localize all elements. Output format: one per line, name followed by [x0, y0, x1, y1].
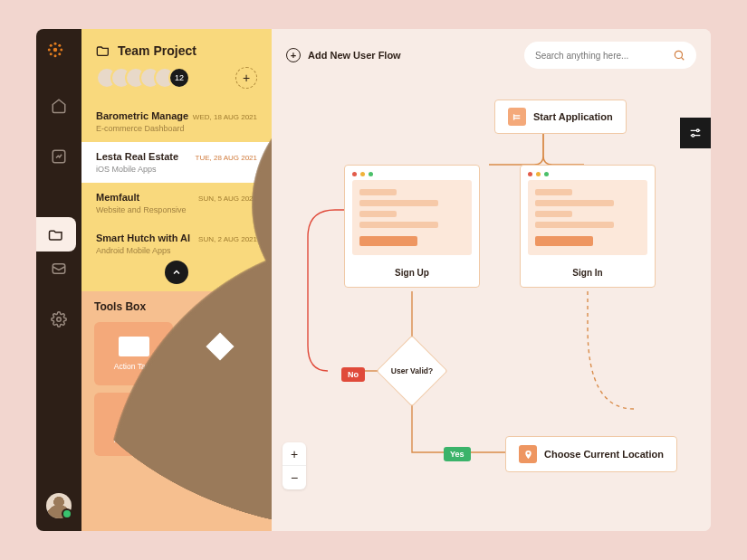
svg-point-7	[50, 52, 53, 55]
node-label: Start Application	[533, 111, 613, 122]
node-start-application[interactable]: Start Application	[494, 100, 627, 134]
sidebar: Team Project 12 + Barometric ManageWED, …	[81, 29, 272, 531]
svg-point-8	[58, 52, 61, 55]
node-sign-in[interactable]: Sign In	[520, 165, 656, 288]
app-logo-icon	[47, 42, 71, 65]
svg-point-15	[696, 129, 699, 132]
svg-rect-18	[513, 115, 519, 116]
plus-circle-icon: +	[286, 48, 301, 62]
zoom-in-button[interactable]: +	[283, 442, 306, 466]
zoom-controls: + −	[283, 442, 306, 489]
search-input[interactable]	[535, 51, 673, 61]
canvas-topbar: + Add New User Flow	[272, 29, 711, 81]
nav-home[interactable]	[45, 92, 72, 119]
window-chrome	[345, 166, 479, 180]
user-avatar[interactable]	[46, 493, 72, 518]
svg-point-3	[48, 49, 51, 52]
node-label: Sign Up	[345, 262, 479, 287]
window-chrome	[521, 166, 655, 180]
svg-point-6	[58, 44, 61, 47]
search-box[interactable]	[524, 42, 696, 69]
team-avatar-count[interactable]: 12	[168, 67, 190, 89]
add-flow-button[interactable]: + Add New User Flow	[286, 48, 401, 62]
node-sign-up[interactable]: Sign Up	[344, 165, 480, 288]
node-choose-location[interactable]: Choose Current Location	[505, 436, 677, 472]
svg-point-16	[692, 134, 694, 137]
sidebar-title: Team Project	[118, 43, 196, 58]
add-flow-label: Add New User Flow	[308, 50, 401, 61]
node-label: Choose Current Location	[544, 449, 664, 460]
edge-label-yes[interactable]: Yes	[444, 447, 471, 461]
svg-point-2	[54, 54, 57, 57]
svg-point-4	[60, 49, 62, 52]
svg-point-5	[50, 44, 53, 47]
start-icon	[508, 108, 526, 126]
location-icon	[519, 445, 537, 463]
folder-icon	[96, 43, 110, 58]
canvas-settings-button[interactable]	[680, 118, 711, 148]
svg-rect-20	[512, 114, 513, 119]
sliders-icon	[688, 126, 703, 140]
svg-rect-19	[513, 117, 519, 118]
svg-point-14	[675, 51, 682, 58]
nav-analytics[interactable]	[45, 143, 72, 170]
collapse-button[interactable]	[165, 261, 188, 284]
svg-point-1	[54, 43, 57, 45]
node-label: User Valid?	[387, 346, 437, 396]
canvas[interactable]: + Add New User Flow	[272, 29, 711, 531]
app-window: Team Project 12 + Barometric ManageWED, …	[36, 29, 711, 531]
team-avatars: 12 +	[81, 67, 272, 101]
edge-label-no[interactable]: No	[341, 367, 365, 382]
node-label: Sign In	[521, 262, 655, 287]
zoom-out-button[interactable]: −	[283, 466, 306, 489]
node-decision-user-valid[interactable]: User Valid?	[387, 346, 437, 396]
svg-point-0	[53, 48, 58, 52]
search-icon	[673, 49, 685, 62]
